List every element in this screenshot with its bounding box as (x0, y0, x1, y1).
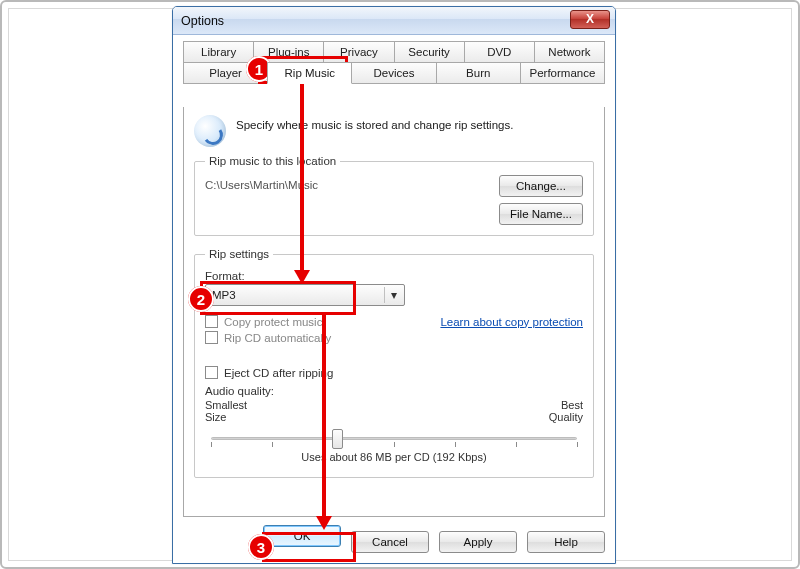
dialog-button-row: OK Cancel Apply Help (183, 525, 605, 553)
tab-network[interactable]: Network (534, 41, 605, 63)
audio-quality-label: Audio quality: (205, 385, 583, 397)
file-name-button[interactable]: File Name... (499, 203, 583, 225)
copy-protect-checkbox[interactable]: Copy protect music (205, 315, 322, 328)
tab-security[interactable]: Security (394, 41, 465, 63)
rip-automatically-checkbox[interactable]: Rip CD automatically (205, 331, 583, 344)
rip-location-path: C:\Users\Martin\Music (205, 175, 318, 191)
rip-cd-icon (194, 115, 226, 147)
tab-plugins[interactable]: Plug-ins (253, 41, 324, 63)
tab-strip: Library Plug-ins Privacy Security DVD Ne… (183, 41, 605, 85)
rip-automatically-label: Rip CD automatically (224, 332, 331, 344)
checkbox-icon (205, 331, 218, 344)
tab-rip-music[interactable]: Rip Music (267, 62, 352, 84)
help-button[interactable]: Help (527, 531, 605, 553)
close-button[interactable]: X (570, 10, 610, 29)
slider-thumb-icon (332, 429, 343, 449)
window-title: Options (181, 14, 224, 28)
tab-performance[interactable]: Performance (520, 62, 605, 84)
tab-player[interactable]: Player (183, 62, 268, 84)
quality-left-label: Smallest Size (205, 399, 247, 423)
group-rip-location: Rip music to this location C:\Users\Mart… (194, 155, 594, 236)
audio-quality-usage: Uses about 86 MB per CD (192 Kbps) (205, 451, 583, 463)
tab-panel-rip-music: Specify where music is stored and change… (183, 107, 605, 517)
format-value: MP3 (212, 289, 236, 301)
options-dialog: Options X Library Plug-ins Privacy Secur… (172, 6, 616, 564)
checkbox-icon (205, 366, 218, 379)
format-label: Format: (205, 270, 583, 282)
dialog-body: Library Plug-ins Privacy Security DVD Ne… (173, 35, 615, 563)
tab-devices[interactable]: Devices (351, 62, 436, 84)
audio-quality-slider[interactable] (211, 427, 577, 449)
tab-burn[interactable]: Burn (436, 62, 521, 84)
group-rip-settings: Rip settings Format: MP3 ▾ Copy protect … (194, 248, 594, 478)
tab-privacy[interactable]: Privacy (323, 41, 394, 63)
change-button[interactable]: Change... (499, 175, 583, 197)
learn-copy-protection-link[interactable]: Learn about copy protection (440, 316, 583, 328)
group-rip-location-legend: Rip music to this location (205, 155, 340, 167)
group-rip-settings-legend: Rip settings (205, 248, 273, 260)
copy-protect-label: Copy protect music (224, 316, 322, 328)
titlebar[interactable]: Options X (173, 7, 615, 35)
cancel-button[interactable]: Cancel (351, 531, 429, 553)
checkbox-icon (205, 315, 218, 328)
tab-library[interactable]: Library (183, 41, 254, 63)
eject-cd-label: Eject CD after ripping (224, 367, 333, 379)
ok-button[interactable]: OK (263, 525, 341, 547)
chevron-down-icon: ▾ (384, 287, 402, 303)
eject-cd-checkbox[interactable]: Eject CD after ripping (205, 366, 583, 379)
tab-dvd[interactable]: DVD (464, 41, 535, 63)
quality-right-label: Best Quality (549, 399, 583, 423)
format-select[interactable]: MP3 ▾ (205, 284, 405, 306)
intro-text: Specify where music is stored and change… (236, 115, 513, 131)
apply-button[interactable]: Apply (439, 531, 517, 553)
close-icon: X (586, 12, 594, 26)
